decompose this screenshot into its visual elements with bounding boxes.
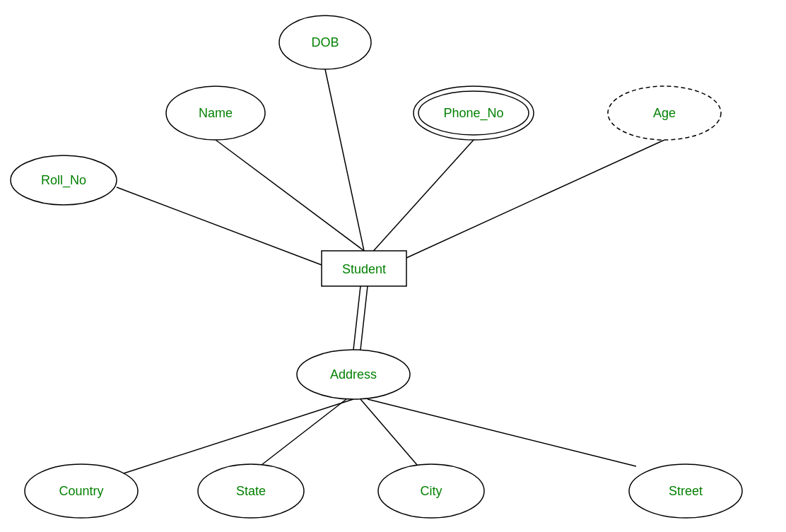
line-student-address-2: [360, 286, 368, 350]
name-label: Name: [199, 106, 233, 120]
line-student-rollno: [117, 187, 322, 265]
rollno-label: Roll_No: [41, 173, 86, 188]
dob-label: DOB: [311, 35, 339, 49]
street-label: Street: [669, 484, 703, 498]
line-student-address-1: [353, 286, 360, 350]
age-label: Age: [653, 106, 676, 120]
country-label: Country: [59, 484, 103, 498]
line-address-street: [368, 399, 636, 466]
state-label: State: [236, 484, 266, 498]
address-label: Address: [330, 367, 377, 382]
student-label: Student: [342, 262, 386, 276]
line-student-age: [406, 140, 664, 258]
er-diagram: DOB Name Phone_No Age Roll_No Student Ad…: [0, 0, 786, 532]
line-student-phone: [364, 140, 474, 261]
line-student-dob: [325, 69, 364, 251]
line-address-country: [124, 399, 353, 473]
phone-label: Phone_No: [443, 106, 503, 121]
line-student-name: [216, 140, 364, 251]
line-address-state: [262, 399, 346, 465]
city-label: City: [421, 484, 442, 498]
